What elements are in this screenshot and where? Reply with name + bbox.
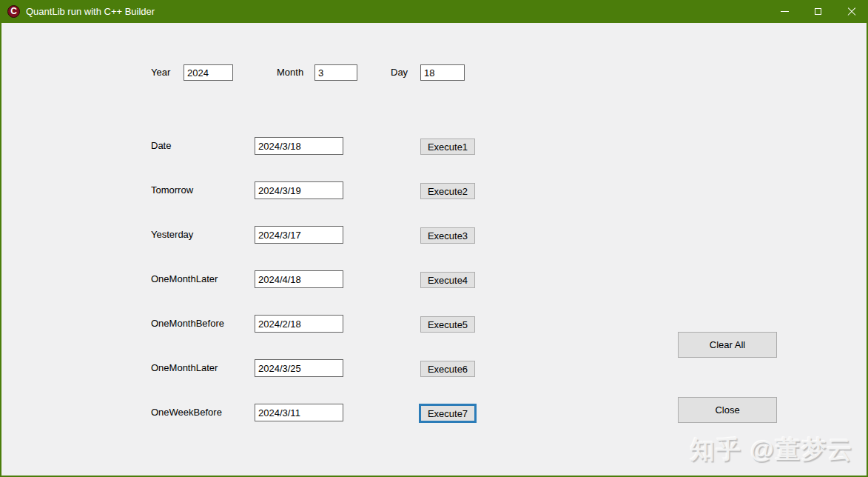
one-week-later-input[interactable] bbox=[255, 359, 343, 377]
execute4-button[interactable]: Execute4 bbox=[420, 272, 475, 288]
execute5-button[interactable]: Execute5 bbox=[420, 316, 475, 333]
execute3-button[interactable]: Execute3 bbox=[420, 227, 475, 244]
close-window-button[interactable] bbox=[835, 0, 868, 23]
execute7-button[interactable]: Execute7 bbox=[420, 405, 475, 421]
month-input[interactable] bbox=[314, 64, 357, 81]
app-window: C QuantLib run with C++ Builder Year Mon… bbox=[0, 0, 868, 477]
one-month-later-label: OneMonthLater bbox=[151, 270, 218, 288]
cpp-builder-app-icon: C bbox=[7, 5, 20, 18]
year-label: Year bbox=[151, 64, 170, 81]
title-bar: C QuantLib run with C++ Builder bbox=[0, 0, 868, 23]
day-label: Day bbox=[391, 64, 408, 81]
clear-all-button[interactable]: Clear All bbox=[678, 332, 777, 358]
one-week-before-input[interactable] bbox=[255, 404, 343, 421]
minimize-icon bbox=[781, 11, 789, 12]
row-date: Date Execute1 bbox=[1, 137, 867, 181]
one-month-before-input[interactable] bbox=[255, 315, 343, 333]
date-label: Date bbox=[151, 137, 171, 155]
one-month-later-input[interactable] bbox=[255, 270, 343, 288]
tomorrow-input[interactable] bbox=[255, 181, 343, 199]
row-one-month-later: OneMonthLater Execute4 bbox=[1, 270, 867, 315]
execute6-button[interactable]: Execute6 bbox=[420, 361, 475, 377]
row-tomorrow: Tomorrow Execute2 bbox=[1, 181, 867, 226]
window-controls bbox=[768, 0, 868, 23]
yesterday-input[interactable] bbox=[255, 226, 343, 244]
maximize-icon bbox=[815, 8, 821, 15]
close-button[interactable]: Close bbox=[678, 397, 777, 423]
window-title: QuantLib run with C++ Builder bbox=[26, 6, 768, 17]
one-week-later-label: OneMonthLater bbox=[151, 359, 218, 377]
day-input[interactable] bbox=[420, 64, 465, 81]
execute1-button[interactable]: Execute1 bbox=[420, 139, 475, 155]
row-yesterday: Yesterday Execute3 bbox=[1, 226, 867, 270]
close-icon bbox=[847, 7, 856, 16]
month-label: Month bbox=[277, 64, 303, 81]
minimize-button[interactable] bbox=[768, 0, 801, 23]
one-month-before-label: OneMonthBefore bbox=[151, 315, 224, 333]
one-week-before-label: OneWeekBefore bbox=[151, 404, 222, 421]
year-input[interactable] bbox=[184, 64, 233, 81]
tomorrow-label: Tomorrow bbox=[151, 181, 193, 199]
form-client-area: Year Month Day Date Execute1 Tomorrow Ex… bbox=[1, 23, 867, 476]
date-input[interactable] bbox=[255, 137, 343, 155]
yesterday-label: Yesterday bbox=[151, 226, 193, 244]
execute2-button[interactable]: Execute2 bbox=[420, 183, 475, 199]
maximize-button[interactable] bbox=[801, 0, 835, 23]
